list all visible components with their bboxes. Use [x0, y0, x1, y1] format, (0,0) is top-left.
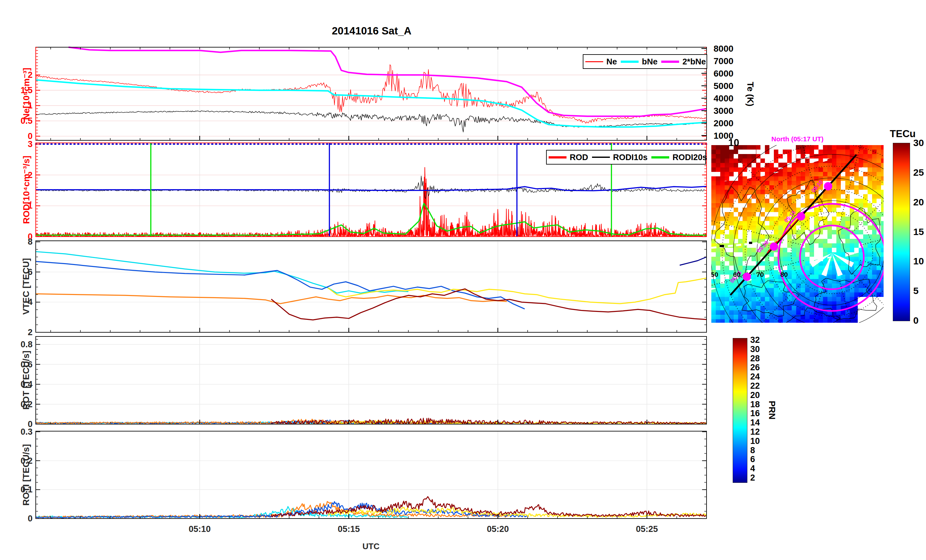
ne-axis-label: Ne[10⁵cm⁻³] [21, 68, 32, 120]
stray-ten-label: 10 [728, 137, 739, 148]
colorbar-tick-label: 20 [750, 390, 760, 400]
te-axis-label: Te (K) [745, 82, 755, 106]
svg-text:5000: 5000 [714, 81, 733, 91]
series-prn-cyan [36, 251, 408, 293]
colorbar-tick-label: 2 [750, 473, 755, 483]
colorbar-tick-label: 6 [750, 454, 755, 464]
svg-text:3000: 3000 [714, 106, 733, 116]
colorbar-tick-label: 32 [750, 335, 760, 345]
svg-text:0.3: 0.3 [20, 427, 33, 437]
svg-text:2: 2 [28, 327, 33, 337]
legend-item: RODI20s [649, 153, 709, 162]
series-te [36, 110, 705, 132]
colorbar-tick-label: 10 [913, 256, 924, 266]
svg-text:3: 3 [28, 139, 33, 149]
colorbar-tick-label: 14 [750, 418, 760, 428]
legend-label: bNe [642, 57, 657, 67]
svg-text:6000: 6000 [714, 68, 733, 79]
x-axis-label: UTC [339, 542, 403, 551]
svg-text:05:10: 05:10 [189, 524, 211, 534]
rot-axis-label: ROT [TECU/s] [21, 351, 31, 409]
colorbar-tick-label: 15 [913, 226, 924, 237]
series-rodi-baseline [36, 186, 707, 191]
vtec-axis-label: VTEC [TECU] [21, 258, 31, 315]
2bne-line-swatch [661, 61, 679, 63]
svg-text:05:15: 05:15 [338, 524, 360, 534]
svg-text:0: 0 [28, 514, 33, 523]
svg-text:7000: 7000 [714, 56, 733, 66]
series-rodi10s [36, 176, 705, 199]
colorbar-tick-label: 30 [750, 344, 760, 354]
ne-line-swatch [586, 61, 603, 62]
colorbar-tick-label: 4 [750, 464, 755, 474]
svg-text:8: 8 [28, 237, 33, 247]
colorbar-tick-label: 18 [750, 399, 760, 409]
series-rod [36, 167, 706, 236]
prn-colorbar [733, 338, 747, 483]
legend-item: bNe [619, 57, 659, 67]
svg-text:4000: 4000 [714, 94, 733, 103]
legend-label: RODI20s [672, 153, 707, 162]
bne-line-swatch [621, 61, 639, 63]
series-rodi20s [36, 203, 707, 235]
tecu-colorbar [893, 143, 910, 321]
colorbar-tick-label: 12 [750, 427, 760, 437]
roti-axis-label: ROTI [TECU/s] [21, 444, 31, 506]
colorbar-tick-label: 8 [750, 445, 755, 455]
colorbar-tick-label: 26 [750, 363, 760, 372]
legend-item: ROD [547, 153, 590, 162]
prn-colorbar-label: PRN [767, 401, 777, 419]
legend-label: Ne [607, 57, 617, 67]
colorbar-tick-label: 24 [750, 372, 760, 382]
svg-text:0.8: 0.8 [20, 340, 33, 349]
legend-rod-panel: ROD RODI10s RODI20s [546, 150, 706, 165]
colorbar-tick-label: 0 [913, 315, 918, 326]
series-bne [36, 80, 707, 127]
rodi20s-line-swatch [651, 156, 669, 159]
colorbar-tick-label: 28 [750, 353, 760, 363]
polar-tec-map [711, 145, 884, 323]
svg-text:05:20: 05:20 [487, 524, 509, 534]
colorbar-tick-label: 20 [913, 197, 924, 207]
figure-root: 20141016 Sat_A 00.511.521000200030004000… [0, 0, 926, 560]
colorbar-tick-label: 5 [913, 285, 918, 296]
rod-line-swatch [549, 156, 566, 159]
series-prn-navy [680, 257, 707, 265]
legend-label: 2*bNe [682, 57, 706, 67]
rod-axis-label: ROD[10⁴cm⁻³/s] [21, 156, 32, 224]
svg-text:05:25: 05:25 [636, 524, 658, 534]
legend-item: Ne [583, 57, 619, 67]
rodi10s-line-swatch [592, 157, 610, 158]
colorbar-tick-label: 25 [913, 167, 924, 178]
svg-text:8000: 8000 [714, 44, 733, 54]
series-ne [36, 65, 705, 123]
colorbar-tick-label: 30 [913, 138, 924, 148]
legend-label: ROD [570, 153, 588, 162]
svg-text:2000: 2000 [714, 118, 733, 128]
legend-ne-panel: Ne bNe 2*bNe [583, 54, 707, 69]
colorbar-tick-label: 22 [750, 381, 760, 391]
legend-label: RODI10s [613, 153, 648, 162]
colorbar-tick-label: 10 [750, 436, 760, 446]
series-prn-blue [36, 262, 525, 309]
series-prn-yellow [328, 278, 707, 304]
series-prn-orange [36, 501, 509, 518]
colorbar-tick-label: 16 [750, 409, 760, 418]
legend-item: 2*bNe [659, 57, 708, 67]
legend-item: RODI10s [590, 153, 649, 162]
